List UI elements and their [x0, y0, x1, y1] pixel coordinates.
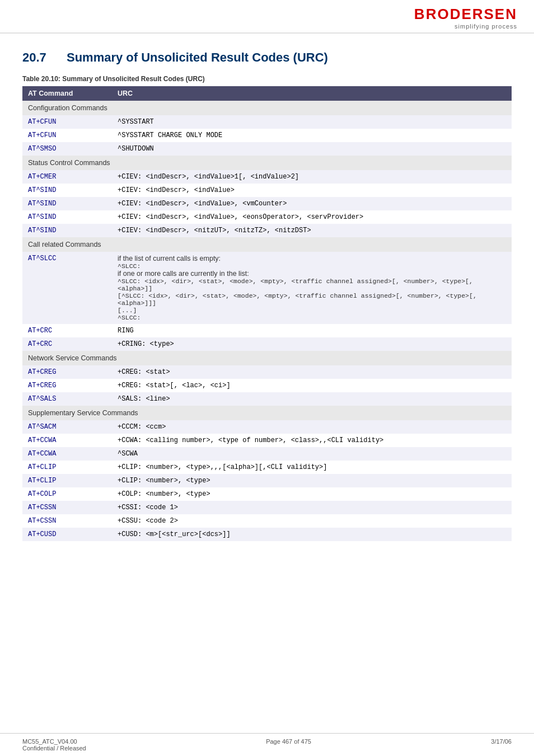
footer-left-line1: MC55_ATC_V04.00 [22, 738, 86, 745]
urc-cell: if the list of current calls is empty:^S… [112, 252, 512, 324]
main-table: AT Command URC Configuration CommandsAT+… [22, 86, 512, 541]
page-wrapper: BRODERSEN simplifying process 20.7 Summa… [0, 0, 534, 756]
section-title: 20.7 Summary of Unsolicited Result Codes… [22, 50, 512, 65]
urc-cell: +CIEV: <indDescr>, <nitzUT>, <nitzTZ>, <… [112, 224, 512, 237]
table-row: AT^SIND+CIEV: <indDescr>, <indValue> [22, 184, 512, 197]
table-row: AT^SMSO^SHUTDOWN [22, 142, 512, 156]
urc-cell: +CIEV: <indDescr>, <indValue>1[, <indVal… [112, 170, 512, 184]
table-row: AT+CCWA+CCWA: <calling number>, <type of… [22, 434, 512, 447]
cmd-cell: AT+CRC [22, 337, 112, 351]
group-header-0: Configuration Commands [22, 101, 512, 115]
table-row: AT^SIND+CIEV: <indDescr>, <nitzUT>, <nit… [22, 224, 512, 237]
section-number: 20.7 [22, 50, 46, 64]
table-row: AT+CRCRING [22, 324, 512, 337]
cmd-cell: AT+CCWA [22, 447, 112, 461]
cmd-cell: AT+CSSN [22, 514, 112, 528]
footer-right: 3/17/06 [491, 738, 512, 752]
table-row: AT^SALS^SALS: <line> [22, 392, 512, 406]
urc-cell: +CCCM: <ccm> [112, 420, 512, 434]
urc-cell: +CUSD: <m>[<str_urc>[<dcs>]] [112, 528, 512, 541]
table-row: AT+CUSD+CUSD: <m>[<str_urc>[<dcs>]] [22, 528, 512, 541]
logo-tagline: simplifying process [414, 23, 517, 30]
table-row: AT+CREG+CREG: <stat>[, <lac>, <ci>] [22, 379, 512, 392]
urc-cell: +CLIP: <number>, <type> [112, 474, 512, 487]
cmd-cell: AT^SALS [22, 392, 112, 406]
group-header-1: Status Control Commands [22, 156, 512, 170]
urc-cell: ^SCWA [112, 447, 512, 461]
urc-cell: ^SALS: <line> [112, 392, 512, 406]
cmd-cell: AT+CSSN [22, 501, 112, 514]
cmd-cell: AT+CUSD [22, 528, 112, 541]
section-heading: Summary of Unsolicited Result Codes (URC… [67, 50, 328, 64]
table-row: AT+CCWA^SCWA [22, 447, 512, 461]
urc-cell: ^SYSSTART [112, 115, 512, 129]
table-row: AT^SIND+CIEV: <indDescr>, <indValue>, <v… [22, 197, 512, 210]
footer: MC55_ATC_V04.00 Confidential / Released … [0, 733, 534, 756]
table-caption-bold: Table 20.10: [22, 75, 60, 83]
cmd-cell: AT^SIND [22, 210, 112, 224]
cmd-cell: AT+CLIP [22, 461, 112, 474]
urc-cell: +CIEV: <indDescr>, <indValue>, <eonsOper… [112, 210, 512, 224]
cmd-cell: AT+CMER [22, 170, 112, 184]
table-caption-text: Summary of Unsolicited Result Codes (URC… [60, 75, 205, 83]
cmd-cell: AT+COLP [22, 487, 112, 501]
footer-center: Page 467 of 475 [266, 738, 311, 752]
cmd-cell: AT+CCWA [22, 434, 112, 447]
cmd-cell: AT+CREG [22, 365, 112, 379]
cmd-cell: AT+CLIP [22, 474, 112, 487]
cmd-cell: AT^SACM [22, 420, 112, 434]
table-row: AT+CFUN^SYSSTART [22, 115, 512, 129]
cmd-cell: AT^SIND [22, 224, 112, 237]
group-header-2: Call related Commands [22, 237, 512, 252]
main-content: 20.7 Summary of Unsolicited Result Codes… [0, 34, 534, 564]
cmd-cell: AT+CRC [22, 324, 112, 337]
urc-cell: +CLIP: <number>, <type>,,,[<alpha>][,<CL… [112, 461, 512, 474]
urc-cell: +CIEV: <indDescr>, <indValue> [112, 184, 512, 197]
table-row: AT^SACM+CCCM: <ccm> [22, 420, 512, 434]
urc-cell: +CREG: <stat>[, <lac>, <ci>] [112, 379, 512, 392]
cmd-cell: AT+CREG [22, 379, 112, 392]
logo-area: BRODERSEN simplifying process [414, 6, 517, 30]
table-row: AT+CLIP+CLIP: <number>, <type> [22, 474, 512, 487]
cmd-cell: AT^SMSO [22, 142, 112, 156]
table-caption: Table 20.10: Summary of Unsolicited Resu… [22, 75, 512, 83]
cmd-cell: AT+CFUN [22, 115, 112, 129]
footer-left-line2: Confidential / Released [22, 745, 86, 752]
cmd-cell: AT^SLCC [22, 252, 112, 324]
urc-cell: ^SHUTDOWN [112, 142, 512, 156]
urc-cell: RING [112, 324, 512, 337]
urc-cell: +COLP: <number>, <type> [112, 487, 512, 501]
header: BRODERSEN simplifying process [0, 0, 534, 34]
footer-left: MC55_ATC_V04.00 Confidential / Released [22, 738, 86, 752]
col-header-at: AT Command [22, 86, 112, 101]
urc-cell: +CRING: <type> [112, 337, 512, 351]
table-row: AT+COLP+COLP: <number>, <type> [22, 487, 512, 501]
logo-brand: BRODERSEN [414, 6, 517, 23]
table-row: AT+CSSN+CSSI: <code 1> [22, 501, 512, 514]
cmd-cell: AT+CFUN [22, 129, 112, 142]
table-row: AT+CMER+CIEV: <indDescr>, <indValue>1[, … [22, 170, 512, 184]
table-row: AT+CREG+CREG: <stat> [22, 365, 512, 379]
group-header-3: Network Service Commands [22, 351, 512, 365]
urc-cell: +CREG: <stat> [112, 365, 512, 379]
urc-cell: +CCWA: <calling number>, <type of number… [112, 434, 512, 447]
urc-cell: +CSSU: <code 2> [112, 514, 512, 528]
group-header-4: Supplementary Service Commands [22, 406, 512, 420]
table-row: AT+CSSN+CSSU: <code 2> [22, 514, 512, 528]
urc-cell: ^SYSSTART CHARGE ONLY MODE [112, 129, 512, 142]
table-row: AT+CRC+CRING: <type> [22, 337, 512, 351]
cmd-cell: AT^SIND [22, 197, 112, 210]
table-row: AT+CFUN^SYSSTART CHARGE ONLY MODE [22, 129, 512, 142]
col-header-urc: URC [112, 86, 512, 101]
table-row: AT^SLCCif the list of current calls is e… [22, 252, 512, 324]
table-row: AT+CLIP+CLIP: <number>, <type>,,,[<alpha… [22, 461, 512, 474]
cmd-cell: AT^SIND [22, 184, 112, 197]
urc-cell: +CSSI: <code 1> [112, 501, 512, 514]
table-header-row: AT Command URC [22, 86, 512, 101]
urc-cell: +CIEV: <indDescr>, <indValue>, <vmCounte… [112, 197, 512, 210]
table-row: AT^SIND+CIEV: <indDescr>, <indValue>, <e… [22, 210, 512, 224]
